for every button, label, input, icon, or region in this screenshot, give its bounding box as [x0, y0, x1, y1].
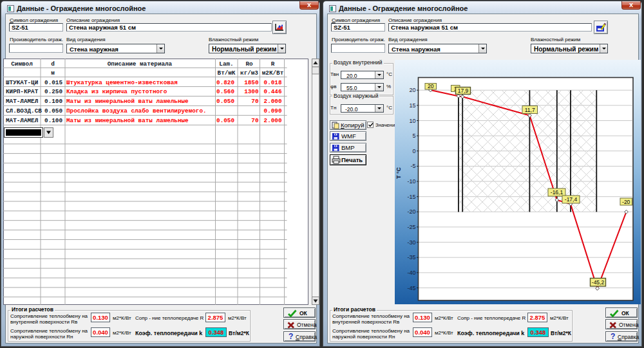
svg-text:Прослойка воздуха слабо вентил: Прослойка воздуха слабо вентилируемого.	[66, 107, 207, 114]
svg-text:Маты из минеральной ваты ламел: Маты из минеральной ваты ламельные	[66, 117, 189, 124]
svg-text:Ro: Ro	[245, 60, 253, 68]
svg-text:d: d	[51, 60, 55, 68]
svg-text:20: 20	[409, 87, 415, 93]
svg-text:Т °C: Т °C	[395, 167, 402, 179]
svg-text:МАТ-ЛАМЕЛ: МАТ-ЛАМЕЛ	[6, 98, 38, 105]
svg-text:0.100: 0.100	[44, 117, 62, 124]
svg-text:МАТ-ЛАМЕЛ: МАТ-ЛАМЕЛ	[6, 117, 38, 124]
svg-text:1850: 1850	[244, 79, 259, 86]
svg-text:м: м	[51, 69, 55, 77]
svg-text:Кладка из кирпича пустотного: Кладка из кирпича пустотного	[66, 88, 167, 95]
svg-text:17,9: 17,9	[458, 87, 469, 94]
svg-text:0.090: 0.090	[264, 107, 282, 114]
svg-text:11,7: 11,7	[525, 107, 535, 113]
svg-text:10: 10	[409, 118, 415, 124]
svg-text:Символ: Символ	[11, 60, 32, 68]
svg-text:70: 70	[251, 98, 259, 105]
svg-text:15: 15	[409, 102, 415, 109]
svg-text:Описание материала: Описание материала	[108, 60, 173, 68]
svg-text:кг/м3: кг/м3	[240, 69, 258, 77]
svg-text:-5: -5	[410, 163, 415, 169]
svg-text:70: 70	[251, 117, 259, 124]
svg-text:-15: -15	[407, 194, 415, 200]
svg-text:Маты из минеральной ваты ламел: Маты из минеральной ваты ламельные	[66, 98, 189, 105]
svg-text:0.015: 0.015	[44, 79, 62, 86]
svg-text:-20: -20	[407, 208, 415, 215]
svg-text:2.000: 2.000	[264, 98, 282, 105]
svg-text:-10: -10	[407, 178, 415, 185]
svg-text:Вт/мК: Вт/мК	[218, 69, 236, 77]
svg-text:Штукатурка цементно-известкова: Штукатурка цементно-известковая	[66, 79, 178, 86]
svg-text:0.050: 0.050	[44, 107, 62, 114]
svg-text:0.050: 0.050	[216, 117, 234, 124]
svg-text:ШТУКАТ-ЦИ: ШТУКАТ-ЦИ	[6, 79, 38, 86]
svg-text:-17,4: -17,4	[565, 196, 578, 203]
svg-text:-45,2: -45,2	[592, 279, 605, 286]
svg-text:20: 20	[428, 83, 434, 89]
svg-text:1300: 1300	[244, 88, 259, 95]
svg-text:2.000: 2.000	[264, 117, 282, 124]
svg-text:0: 0	[412, 148, 415, 154]
svg-text:-45: -45	[407, 285, 415, 291]
svg-text:-40: -40	[407, 270, 415, 276]
svg-text:0.018: 0.018	[264, 79, 282, 86]
svg-text:0.820: 0.820	[216, 79, 234, 86]
svg-text:-16,1: -16,1	[551, 189, 564, 196]
svg-text:-20: -20	[622, 199, 630, 205]
svg-text:-25: -25	[407, 224, 415, 230]
svg-text:0.250: 0.250	[44, 88, 62, 95]
svg-text:R: R	[271, 60, 275, 68]
svg-text:0.050: 0.050	[216, 98, 234, 105]
svg-text:5: 5	[412, 133, 415, 139]
svg-text:Lam.: Lam.	[219, 60, 233, 68]
svg-text:0.446: 0.446	[264, 88, 282, 95]
svg-text:-35: -35	[407, 254, 415, 261]
svg-text:КИРП-КРАТ: КИРП-КРАТ	[6, 88, 39, 95]
svg-text:СЛ.ВОЗД.СВ: СЛ.ВОЗД.СВ	[6, 107, 42, 114]
svg-text:0.560: 0.560	[216, 88, 234, 95]
svg-text:0.100: 0.100	[44, 98, 62, 105]
svg-text:-30: -30	[407, 239, 415, 246]
svg-text:м2К/Вт: м2К/Вт	[262, 69, 284, 77]
